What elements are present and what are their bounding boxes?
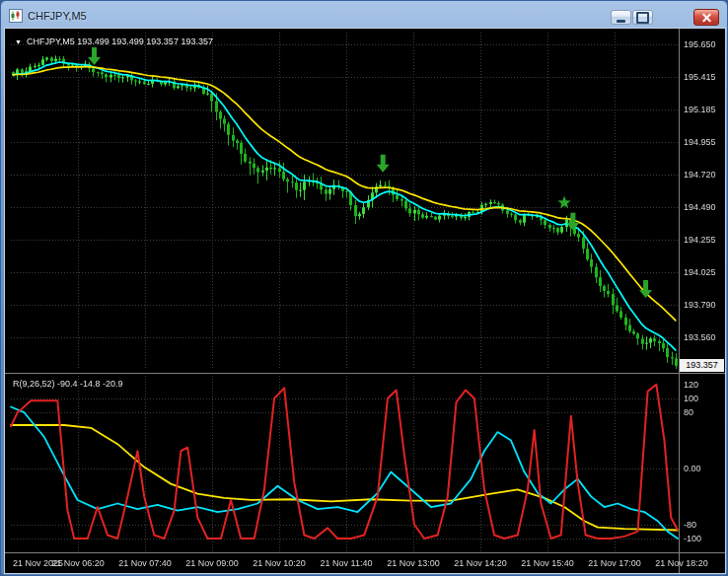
chart-canvas[interactable] [5, 29, 725, 573]
close-icon [701, 12, 712, 23]
restore-button[interactable] [632, 10, 653, 25]
application-window: CHFJPY,M5 ▼ CHFJPY,M5 193.499 193.499 19… [0, 0, 728, 576]
indicator-label: R(9,26,52) -90.4 -14.8 -20.9 [13, 379, 123, 389]
chart-area: ▼ CHFJPY,M5 193.499 193.499 193.357 193.… [4, 28, 726, 574]
chart-dropdown-icon[interactable]: ▼ [15, 37, 22, 46]
close-button[interactable] [693, 9, 719, 26]
restore-icon [636, 12, 649, 24]
current-price-box: 193.357 [680, 359, 724, 372]
chart-header: ▼ CHFJPY,M5 193.499 193.499 193.357 193.… [15, 36, 213, 46]
minimize-button[interactable] [611, 10, 631, 25]
chart-ohlc-label: CHFJPY,M5 193.499 193.499 193.357 193.35… [27, 36, 213, 46]
window-title: CHFJPY,M5 [28, 10, 87, 22]
chart-icon [9, 9, 23, 23]
minimize-icon [617, 20, 625, 23]
